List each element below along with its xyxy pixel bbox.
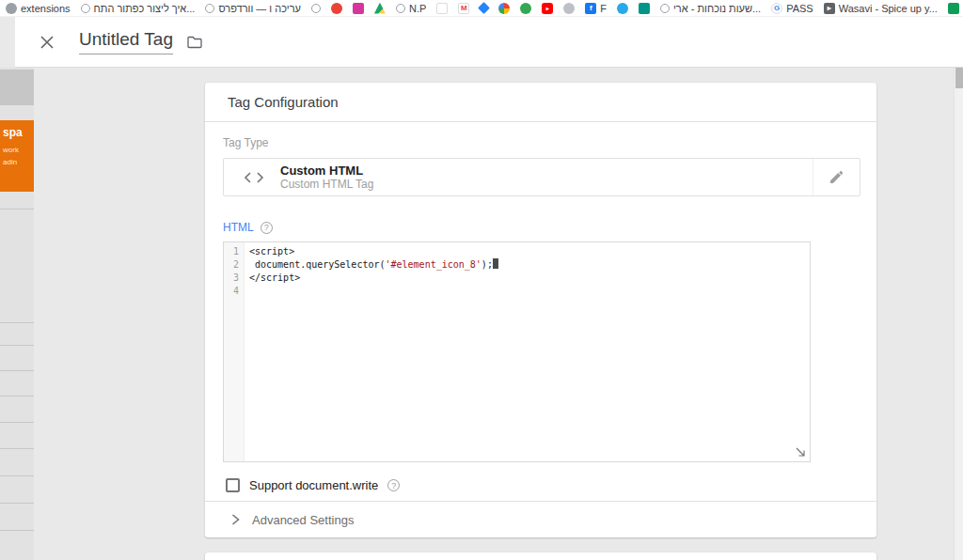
bookmark-label: עריכה ו — וורדפרס <box>218 3 301 14</box>
globe-icon <box>205 4 214 13</box>
line-number: 1 <box>224 245 239 258</box>
folder-icon[interactable] <box>186 34 203 51</box>
pinwheel-icon <box>498 3 510 14</box>
workspace-text-fragment: work <box>3 145 31 155</box>
tag-type-text: Custom HTML Custom HTML Tag <box>280 163 813 191</box>
bookmark-item[interactable] <box>374 3 386 14</box>
bookmark-item[interactable]: N.P <box>396 3 426 14</box>
bookmark-label: שעות נוכחות - ארי... <box>673 3 761 14</box>
html-help-icon[interactable] <box>260 222 273 234</box>
edit-tag-type-button[interactable] <box>813 159 860 195</box>
bookmark-item[interactable] <box>563 3 575 14</box>
editor-code[interactable]: <script> document.querySelector('#elemen… <box>245 242 810 461</box>
bookmark-item[interactable] <box>311 4 321 13</box>
globe-icon <box>396 4 405 13</box>
bookmark-label: extensions <box>21 3 71 14</box>
bookmark-item[interactable]: fF <box>585 3 607 14</box>
row-divider <box>0 475 34 476</box>
bookmark-label: איך ליצור כפתור התח... <box>94 3 196 14</box>
row-divider <box>0 396 34 397</box>
chevron-right-icon <box>231 514 240 525</box>
next-section-card <box>205 552 876 560</box>
code-line <box>249 285 810 298</box>
extensions-folder-icon <box>6 3 17 14</box>
row-divider <box>0 345 34 346</box>
workspace-text-fragment: adin <box>3 157 31 167</box>
red-app-icon <box>331 3 342 14</box>
green-app-icon <box>520 3 531 14</box>
tag-type-label: Tag Type <box>223 137 860 148</box>
gmail-icon: M <box>458 3 469 14</box>
editor-gutter: 1234 <box>224 242 245 461</box>
bookmark-item[interactable] <box>353 3 364 14</box>
bookmark-item[interactable]: S <box>948 3 963 14</box>
background-page-margin <box>0 17 15 68</box>
tag-type-name: Custom HTML <box>280 163 813 178</box>
wasavi-icon: ▸ <box>824 3 835 14</box>
tag-configuration-card: Tag Configuration Tag Type Custom HTML C… <box>205 83 876 537</box>
bookmark-item[interactable] <box>498 3 510 14</box>
bookmark-item[interactable] <box>436 3 448 14</box>
bookmark-label: F <box>600 3 607 14</box>
background-page-column: spa work adin <box>0 68 34 560</box>
advanced-settings-toggle[interactable]: Advanced Settings <box>205 501 876 537</box>
close-icon[interactable] <box>39 35 55 50</box>
calendar-icon <box>436 3 448 14</box>
scrollbar[interactable] <box>954 68 963 560</box>
support-document-write-checkbox[interactable] <box>226 478 240 492</box>
bookmark-item[interactable] <box>480 4 488 12</box>
row-divider <box>0 530 34 531</box>
gray-app-icon <box>563 3 575 14</box>
dialog-header: Untitled Tag <box>15 17 963 68</box>
bookmark-item[interactable]: ▸Wasavi - Spice up y... <box>824 3 938 14</box>
workspace-text-fragment: spa <box>3 126 31 139</box>
tag-type-description: Custom HTML Tag <box>280 178 813 191</box>
code-line: </script> <box>249 272 810 285</box>
bookmark-item[interactable] <box>331 3 342 14</box>
row-divider <box>0 448 34 449</box>
drive-icon <box>374 3 386 14</box>
bookmark-item[interactable] <box>617 3 628 14</box>
bookmark-item[interactable]: M <box>458 3 469 14</box>
globe-icon <box>81 4 90 13</box>
advanced-settings-label: Advanced Settings <box>252 513 354 527</box>
row-divider <box>0 503 34 504</box>
youtube-icon: ▸ <box>542 3 553 14</box>
google-g-icon: G <box>771 3 782 14</box>
support-document-write-row: Support document.write <box>223 478 860 492</box>
bookmark-label: N.P <box>409 3 426 14</box>
code-line: document.querySelector('#element_icon_8'… <box>249 258 810 272</box>
bookmark-item[interactable]: ▸ <box>542 3 553 14</box>
dialog-body: Tag Configuration Tag Type Custom HTML C… <box>34 68 963 560</box>
facebook-icon: f <box>585 3 596 14</box>
pencil-icon <box>829 170 844 184</box>
tag-name-field[interactable]: Untitled Tag <box>79 29 173 54</box>
text-cursor <box>493 258 498 269</box>
globe-icon <box>660 4 670 13</box>
line-number: 4 <box>224 285 239 298</box>
line-number: 2 <box>224 258 239 272</box>
bookmark-item[interactable]: איך ליצור כפתור התח... <box>81 3 196 14</box>
instagram-icon <box>353 3 364 14</box>
code-line: <script> <box>249 245 810 258</box>
resize-handle-icon[interactable] <box>795 446 806 458</box>
bookmark-item[interactable]: GPASS <box>771 3 813 14</box>
globe-icon <box>311 4 321 13</box>
row-divider <box>0 209 34 210</box>
bookmark-item[interactable] <box>520 3 531 14</box>
support-help-icon[interactable] <box>387 479 400 491</box>
bookmark-label: Wasavi - Spice up y... <box>839 3 938 14</box>
bookmark-item[interactable]: עריכה ו — וורדפרס <box>205 3 301 14</box>
html-code-editor[interactable]: 1234 <script> document.querySelector('#e… <box>223 241 811 462</box>
workspace-orange-panel: spa work adin <box>0 120 34 192</box>
teal-app-icon <box>639 3 650 14</box>
row-divider <box>0 370 34 371</box>
code-icon <box>244 171 264 184</box>
tag-type-selector[interactable]: Custom HTML Custom HTML Tag <box>223 158 860 196</box>
bookmark-item[interactable]: extensions <box>6 3 71 14</box>
scrollbar-thumb[interactable] <box>955 68 963 88</box>
support-document-write-label: Support document.write <box>249 478 378 492</box>
bookmark-item[interactable]: שעות נוכחות - ארי... <box>660 3 761 14</box>
bookmark-item[interactable] <box>639 3 650 14</box>
row-divider <box>0 422 34 423</box>
